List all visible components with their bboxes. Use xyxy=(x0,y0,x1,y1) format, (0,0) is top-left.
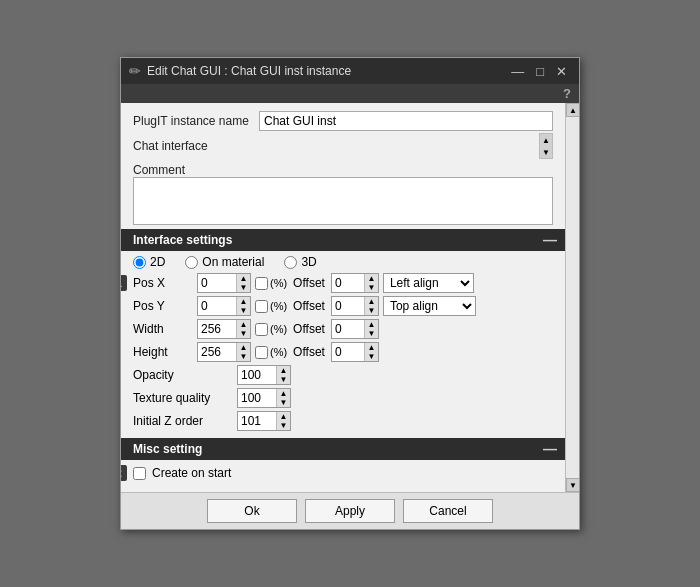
minimize-button[interactable]: — xyxy=(507,65,528,78)
help-icon[interactable]: ? xyxy=(563,86,571,101)
pos-x-offset-spinbox: ▲ ▼ xyxy=(331,273,379,293)
scroll-track xyxy=(566,117,579,478)
opacity-input[interactable] xyxy=(238,366,276,384)
pos-x-pct-check[interactable] xyxy=(255,277,268,290)
texture-spinbox: ▲ ▼ xyxy=(237,388,291,408)
opacity-label: Opacity xyxy=(133,368,233,382)
pos-y-pct-check[interactable] xyxy=(255,300,268,313)
ok-button[interactable]: Ok xyxy=(207,499,297,523)
height-offset-input[interactable] xyxy=(332,343,364,361)
pos-y-offset-input[interactable] xyxy=(332,297,364,315)
zorder-spinbox: ▲ ▼ xyxy=(237,411,291,431)
width-down[interactable]: ▼ xyxy=(236,329,250,338)
radio-on-material[interactable]: On material xyxy=(185,255,264,269)
offset-label-x: Offset xyxy=(293,276,325,290)
main-window: ✏ Edit Chat GUI : Chat GUI inst instance… xyxy=(120,57,580,530)
radio-3d[interactable]: 3D xyxy=(284,255,316,269)
texture-down[interactable]: ▼ xyxy=(276,398,290,407)
height-up[interactable]: ▲ xyxy=(236,343,250,352)
height-label: Height xyxy=(133,345,193,359)
interface-settings-header: Interface settings — xyxy=(121,229,565,251)
width-up[interactable]: ▲ xyxy=(236,320,250,329)
pos-x-spinbox: ▲ ▼ xyxy=(197,273,251,293)
create-on-start-row: 2 Create on start xyxy=(133,466,553,480)
chat-interface-scroll-down[interactable]: ▼ xyxy=(540,146,552,158)
width-label: Width xyxy=(133,322,193,336)
window-icon: ✏ xyxy=(129,63,141,79)
pos-y-label: Pos Y xyxy=(133,299,193,313)
width-pct: (%) xyxy=(255,323,287,336)
offset-label-w: Offset xyxy=(293,322,325,336)
x-align-select[interactable]: Left align Center align Right align xyxy=(383,273,474,293)
texture-row: Texture quality ▲ ▼ xyxy=(133,388,553,408)
height-offset-spinbox: ▲ ▼ xyxy=(331,342,379,362)
comment-textarea[interactable] xyxy=(133,177,553,225)
title-controls: — □ ✕ xyxy=(507,65,571,78)
width-offset-down[interactable]: ▼ xyxy=(364,329,378,338)
zorder-down[interactable]: ▼ xyxy=(276,421,290,430)
height-offset-up[interactable]: ▲ xyxy=(364,343,378,352)
pos-x-up[interactable]: ▲ xyxy=(236,274,250,283)
zorder-label: Initial Z order xyxy=(133,414,233,428)
chat-interface-row: Chat interface ▲ ▼ xyxy=(133,133,553,159)
offset-label-y: Offset xyxy=(293,299,325,313)
width-offset-spinbox: ▲ ▼ xyxy=(331,319,379,339)
offset-label-h: Offset xyxy=(293,345,325,359)
width-spinbox: ▲ ▼ xyxy=(197,319,251,339)
plugit-input[interactable] xyxy=(259,111,553,131)
create-on-start-checkbox[interactable] xyxy=(133,467,146,480)
radio-2d[interactable]: 2D xyxy=(133,255,165,269)
pos-y-offset-down[interactable]: ▼ xyxy=(364,306,378,315)
pos-x-offset-up[interactable]: ▲ xyxy=(364,274,378,283)
scroll-up-button[interactable]: ▲ xyxy=(566,103,579,117)
texture-input[interactable] xyxy=(238,389,276,407)
pos-y-input[interactable] xyxy=(198,297,236,315)
zorder-up[interactable]: ▲ xyxy=(276,412,290,421)
cancel-button[interactable]: Cancel xyxy=(403,499,493,523)
texture-up[interactable]: ▲ xyxy=(276,389,290,398)
footer: Ok Apply Cancel xyxy=(121,492,579,529)
y-align-select[interactable]: Top align Center align Bottom align xyxy=(383,296,476,316)
height-offset-down[interactable]: ▼ xyxy=(364,352,378,361)
height-spinbox: ▲ ▼ xyxy=(197,342,251,362)
maximize-button[interactable]: □ xyxy=(532,65,548,78)
chat-interface-scroll-up[interactable]: ▲ xyxy=(540,134,552,146)
help-bar: ? xyxy=(121,84,579,103)
pos-y-offset-up[interactable]: ▲ xyxy=(364,297,378,306)
pos-x-input[interactable] xyxy=(198,274,236,292)
comment-label: Comment xyxy=(133,163,553,177)
pos-y-down[interactable]: ▼ xyxy=(236,306,250,315)
scroll-down-button[interactable]: ▼ xyxy=(566,478,579,492)
main-scrollbar: ▲ ▼ xyxy=(565,103,579,492)
height-pct: (%) xyxy=(255,346,287,359)
create-on-start-label: Create on start xyxy=(152,466,231,480)
badge-2: 2 xyxy=(121,465,127,481)
title-bar: ✏ Edit Chat GUI : Chat GUI inst instance… xyxy=(121,58,579,84)
pos-x-offset-input[interactable] xyxy=(332,274,364,292)
chat-interface-scrollbar: ▲ ▼ xyxy=(539,133,553,159)
pos-y-offset-spinbox: ▲ ▼ xyxy=(331,296,379,316)
zorder-input[interactable] xyxy=(238,412,276,430)
pos-x-offset-down[interactable]: ▼ xyxy=(364,283,378,292)
window-title: Edit Chat GUI : Chat GUI inst instance xyxy=(147,64,351,78)
pos-y-up[interactable]: ▲ xyxy=(236,297,250,306)
misc-settings-collapse[interactable]: — xyxy=(543,442,557,456)
width-offset-up[interactable]: ▲ xyxy=(364,320,378,329)
height-input[interactable] xyxy=(198,343,236,361)
pos-x-pct: (%) xyxy=(255,277,287,290)
width-offset-input[interactable] xyxy=(332,320,364,338)
close-button[interactable]: ✕ xyxy=(552,65,571,78)
opacity-up[interactable]: ▲ xyxy=(276,366,290,375)
apply-button[interactable]: Apply xyxy=(305,499,395,523)
opacity-down[interactable]: ▼ xyxy=(276,375,290,384)
width-input[interactable] xyxy=(198,320,236,338)
plugit-label: PlugIT instance name xyxy=(133,114,253,128)
pos-y-pct: (%) xyxy=(255,300,287,313)
chat-interface-label: Chat interface xyxy=(133,139,253,153)
height-down[interactable]: ▼ xyxy=(236,352,250,361)
pos-x-down[interactable]: ▼ xyxy=(236,283,250,292)
height-pct-check[interactable] xyxy=(255,346,268,359)
pos-y-spinbox: ▲ ▼ xyxy=(197,296,251,316)
width-pct-check[interactable] xyxy=(255,323,268,336)
interface-settings-collapse[interactable]: — xyxy=(543,233,557,247)
